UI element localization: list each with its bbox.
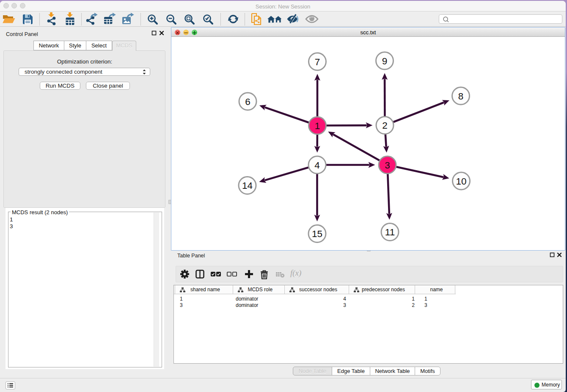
svg-text:9: 9 <box>382 56 388 66</box>
svg-text:7: 7 <box>315 57 320 67</box>
svg-text:14: 14 <box>242 180 253 191</box>
svg-text:3: 3 <box>385 160 390 171</box>
svg-text:2: 2 <box>382 120 388 131</box>
svg-text:15: 15 <box>312 229 322 239</box>
svg-text:10: 10 <box>456 176 466 187</box>
svg-text:1: 1 <box>315 121 320 131</box>
svg-text:8: 8 <box>458 91 464 102</box>
svg-text:11: 11 <box>385 227 395 237</box>
svg-text:6: 6 <box>245 97 250 107</box>
svg-text:4: 4 <box>314 160 320 171</box>
